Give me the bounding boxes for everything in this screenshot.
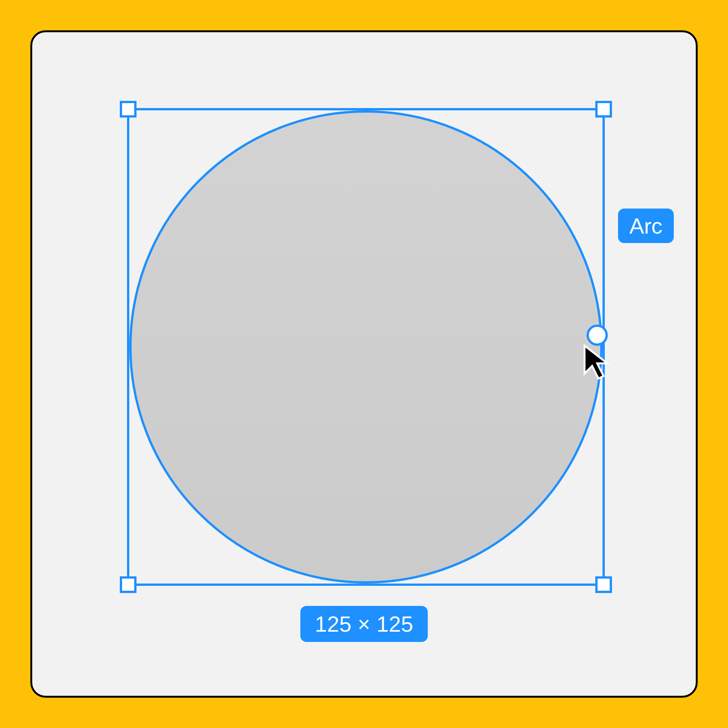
resize-handle-top-left[interactable] <box>120 101 136 118</box>
dimensions-label: 125 × 125 <box>300 606 428 642</box>
circle-shape[interactable] <box>129 110 602 584</box>
resize-handle-bottom-right[interactable] <box>595 576 612 593</box>
arc-handle[interactable] <box>587 325 608 346</box>
resize-handle-bottom-left[interactable] <box>120 576 136 593</box>
selection-bounding-box[interactable] <box>127 108 605 586</box>
arc-label-tooltip: Arc <box>618 209 674 243</box>
resize-handle-top-right[interactable] <box>595 101 612 118</box>
design-canvas[interactable]: Arc 125 × 125 <box>30 30 698 698</box>
